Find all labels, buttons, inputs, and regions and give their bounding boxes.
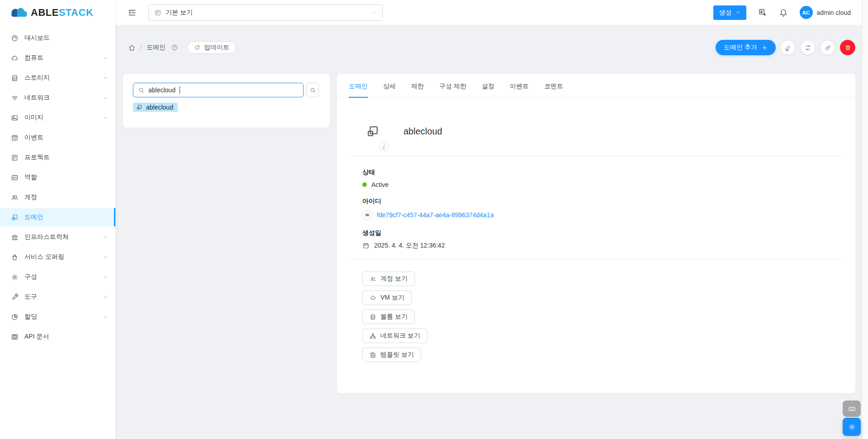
home-icon[interactable] <box>128 44 136 52</box>
tab-settings[interactable]: 설정 <box>482 74 494 98</box>
content-area: ablecloud ablecloud 도메인 상세 제한 구성 제한 설정 이… <box>115 74 868 393</box>
edit-domain-button[interactable] <box>780 40 796 55</box>
sidebar-item-configuration[interactable]: 구성 <box>0 268 115 286</box>
sidebar-item-service-offerings[interactable]: 서비스 오퍼링 <box>0 248 115 266</box>
resource-header: ablecloud <box>366 124 842 151</box>
avatar: AC <box>800 6 813 19</box>
barcode-icon <box>362 210 372 220</box>
tab-events[interactable]: 이벤트 <box>510 74 529 98</box>
sidebar-item-domains[interactable]: 도메인 <box>0 208 115 226</box>
status-dot <box>362 182 367 187</box>
api-doc-book-icon <box>11 333 19 341</box>
tree-node-ablecloud[interactable]: ablecloud <box>133 103 178 112</box>
edit-pencil-icon <box>785 44 792 51</box>
add-domain-button[interactable]: 도메인 추가 <box>716 40 776 55</box>
question-circle-icon[interactable] <box>171 44 178 51</box>
config-gear-icon <box>11 273 19 281</box>
sidebar-item-accounts[interactable]: 계정 <box>0 188 115 206</box>
status-field: 상태 Active <box>362 168 842 188</box>
chevron-down-icon <box>103 95 108 100</box>
image-icon <box>11 114 19 122</box>
cloud-icon <box>11 54 19 62</box>
domain-tree-card: ablecloud ablecloud <box>123 74 330 128</box>
sidebar-item-api-docs[interactable]: API 문서 <box>0 328 115 346</box>
edit-pencil-icon <box>382 144 387 149</box>
menu-fold-icon[interactable] <box>128 8 138 18</box>
view-select[interactable]: 기본 보기 <box>148 5 383 21</box>
scrollbar[interactable] <box>862 0 868 439</box>
update-resource-count-button[interactable] <box>800 40 816 55</box>
created-field: 생성일 2025. 4. 4. 오전 12:36:42 <box>362 229 842 250</box>
domain-block-icon <box>366 124 379 138</box>
status-label: 상태 <box>362 168 842 177</box>
update-button[interactable]: 업데이트 <box>187 41 236 54</box>
text-caret <box>180 86 180 94</box>
chevron-down-icon <box>103 255 108 260</box>
tab-config-limits[interactable]: 구성 제한 <box>439 74 466 98</box>
network-apartment-icon <box>370 333 376 339</box>
settings-gear-icon[interactable] <box>843 418 861 436</box>
translate-icon[interactable] <box>758 8 767 17</box>
search-button[interactable] <box>306 83 319 97</box>
sidebar-item-images[interactable]: 이미지 <box>0 109 115 127</box>
chevron-down-icon <box>103 115 108 120</box>
brand-logo: ABLESTACK <box>0 0 115 25</box>
keyboard-icon[interactable] <box>843 401 861 417</box>
user-menu[interactable]: AC admin cloud <box>800 6 851 19</box>
notification-bell-icon[interactable] <box>779 8 788 17</box>
view-networks-button[interactable]: 네트워크 보기 <box>362 329 427 343</box>
domain-id-link[interactable]: fde79cf7-c457-44a7-ae4a-8996374d4a1a <box>377 211 493 219</box>
tab-limits[interactable]: 제한 <box>411 74 424 98</box>
tab-comments[interactable]: 코멘트 <box>544 74 563 98</box>
volume-hdd-icon <box>370 314 376 320</box>
tab-domain[interactable]: 도메인 <box>349 74 368 98</box>
sidebar-item-network[interactable]: 네트워크 <box>0 89 115 107</box>
view-accounts-button[interactable]: 계정 보기 <box>362 272 415 286</box>
plus-icon <box>762 45 768 51</box>
view-volumes-button[interactable]: 볼륨 보기 <box>362 310 415 324</box>
sidebar-item-dashboard[interactable]: 대시보드 <box>0 29 115 47</box>
sync-icon <box>805 44 811 51</box>
tab-details[interactable]: 상세 <box>383 74 396 98</box>
search-value: ablecloud <box>148 86 175 94</box>
sidebar-item-tools[interactable]: 도구 <box>0 288 115 306</box>
accounts-team-icon <box>370 276 376 282</box>
view-actions: 계정 보기 VM 보기 볼륨 보기 <box>362 272 842 362</box>
sidebar-item-roles[interactable]: 역할 <box>0 168 115 186</box>
storage-icon <box>11 74 19 82</box>
floating-buttons <box>843 401 861 436</box>
search-icon <box>309 87 316 94</box>
link-domain-button[interactable] <box>820 40 835 55</box>
id-field: 아이디 fde79cf7-c457-44a7-ae4a-8996374d4a1a <box>362 197 842 220</box>
main-area: / 도메인 업데이트 도메인 추가 <box>115 0 868 393</box>
search-icon <box>138 87 145 94</box>
link-icon <box>825 44 831 51</box>
view-templates-button[interactable]: 템플릿 보기 <box>362 348 421 362</box>
sidebar-item-allocation[interactable]: 할당 <box>0 308 115 326</box>
infrastructure-bank-icon <box>11 234 19 241</box>
role-idcard-icon <box>11 174 19 181</box>
breadcrumb-separator: / <box>140 44 142 51</box>
chevron-down-icon <box>735 10 740 15</box>
search-input[interactable]: ablecloud <box>133 83 304 97</box>
chevron-down-icon <box>103 315 108 320</box>
top-header: 기본 보기 생성 AC admin cloud <box>115 0 868 25</box>
view-vms-button[interactable]: VM 보기 <box>362 291 412 305</box>
vm-cloud-icon <box>370 295 376 301</box>
chevron-down-icon <box>103 56 108 61</box>
delete-domain-button[interactable] <box>840 40 855 55</box>
calendar-icon <box>362 242 370 249</box>
create-button[interactable]: 생성 <box>713 5 746 20</box>
domain-search-row: ablecloud <box>133 83 319 97</box>
sidebar: ABLESTACK 대시보드 컴퓨트 스토리지 네트워크 이미지 <box>0 0 115 439</box>
domain-block-icon <box>11 214 19 221</box>
detail-body: ablecloud 상태 Active 아이디 <box>337 124 855 362</box>
sidebar-item-storage[interactable]: 스토리지 <box>0 69 115 87</box>
sidebar-item-compute[interactable]: 컴퓨트 <box>0 49 115 67</box>
edit-name-button[interactable] <box>379 141 389 151</box>
sidebar-item-events[interactable]: 이벤트 <box>0 129 115 147</box>
sidebar-item-projects[interactable]: 프로젝트 <box>0 148 115 167</box>
reload-icon <box>194 44 200 51</box>
dashboard-icon <box>11 34 19 42</box>
sidebar-item-infrastructure[interactable]: 인프라스트럭쳐 <box>0 228 115 246</box>
